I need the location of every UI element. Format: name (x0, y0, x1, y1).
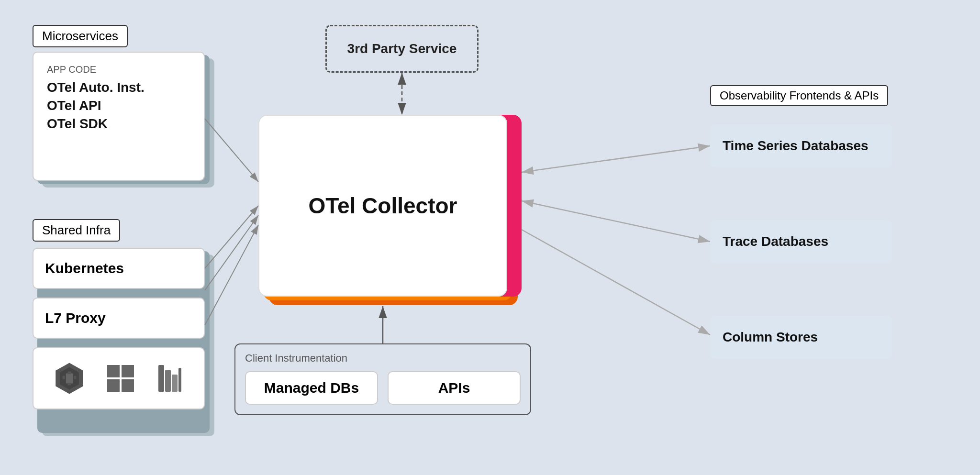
svg-rect-12 (165, 370, 171, 392)
client-instr-label: Client Instrumentation (245, 352, 521, 365)
svg-rect-11 (158, 365, 164, 392)
ms-item-3: OTel SDK (47, 116, 190, 132)
ms-card-front: APP CODE OTel Auto. Inst. OTel API OTel … (33, 52, 205, 181)
otel-title: OTel Collector (309, 193, 457, 219)
otel-card-front: OTel Collector (258, 115, 507, 297)
svg-rect-13 (172, 375, 178, 392)
svg-rect-3 (68, 372, 71, 374)
svg-line-27 (522, 201, 710, 242)
svg-rect-8 (122, 365, 134, 377)
apis-card: APIs (388, 371, 521, 405)
shared-infra-label: Shared Infra (33, 219, 120, 242)
svg-line-28 (522, 230, 710, 335)
svg-rect-10 (122, 379, 134, 392)
ms-item-2: OTel API (47, 98, 190, 113)
svg-rect-9 (107, 379, 120, 392)
svg-rect-4 (68, 383, 71, 385)
si-icons-card (33, 347, 205, 409)
app-code-label: APP CODE (47, 64, 190, 75)
trace-db-card: Trace Databases (710, 220, 892, 263)
client-instr-cards: Managed DBs APIs (245, 371, 521, 405)
chip-icon (52, 361, 87, 396)
svg-rect-14 (178, 368, 181, 392)
third-party-box: 3rd Party Service (325, 25, 479, 73)
microservices-label: Microservices (33, 25, 128, 47)
managed-dbs-card: Managed DBs (245, 371, 378, 405)
obs-frontends-label: Observability Frontends & APIs (710, 85, 888, 106)
svg-rect-2 (66, 373, 73, 384)
kubernetes-card: Kubernetes (33, 248, 205, 289)
column-stores-card: Column Stores (710, 316, 892, 359)
svg-rect-6 (74, 376, 76, 379)
diagram: Microservices APP CODE OTel Auto. Inst. … (0, 0, 980, 475)
svg-rect-5 (63, 376, 65, 379)
svg-line-26 (522, 146, 710, 172)
ms-item-1: OTel Auto. Inst. (47, 80, 190, 95)
database-icon (155, 363, 185, 394)
client-instrumentation-box: Client Instrumentation Managed DBs APIs (234, 343, 531, 415)
time-series-db-card: Time Series Databases (710, 124, 892, 167)
windows-icon (105, 363, 136, 394)
l7-proxy-card: L7 Proxy (33, 298, 205, 339)
svg-rect-7 (107, 365, 120, 377)
